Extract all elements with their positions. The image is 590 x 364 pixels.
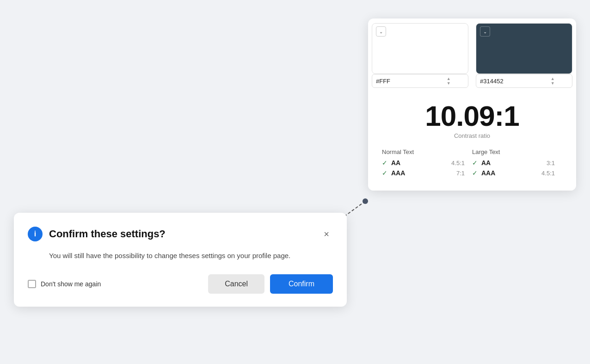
dialog-body: You will still have the possibility to c… (49, 251, 333, 261)
light-color-swatch: ⌄ (372, 23, 468, 74)
large-aaa-check-icon: ✓ (472, 169, 478, 177)
dark-swatch-chevron[interactable]: ⌄ (480, 26, 490, 37)
dark-spinner[interactable]: ▲ ▼ (551, 76, 555, 86)
large-aa-badge: AA (481, 159, 491, 167)
color-picker-panel: ⌄ ⌄ ▲ ▼ ▲ ▼ 10.09:1 Contrast ratio (368, 19, 576, 191)
color-input-row: ▲ ▼ ▲ ▼ (368, 74, 576, 93)
large-aaa-row: ✓ AAA 4.5:1 (472, 169, 562, 177)
dont-show-checkbox[interactable] (28, 280, 36, 288)
wcag-grid: Normal Text ✓ AA 4.5:1 ✓ AAA 7:1 Large T… (382, 148, 562, 179)
contrast-section: 10.09:1 Contrast ratio Normal Text ✓ AA … (368, 93, 576, 191)
large-aaa-badge: AAA (481, 169, 495, 177)
dialog-header: i Confirm these settings? × (28, 227, 333, 241)
dont-show-row[interactable]: Don't show me again (28, 280, 101, 288)
cancel-button[interactable]: Cancel (208, 274, 264, 294)
confirm-dialog: i Confirm these settings? × You will sti… (14, 213, 347, 307)
dialog-actions: Cancel Confirm (208, 274, 333, 294)
large-aa-row: ✓ AA 3:1 (472, 159, 562, 167)
normal-aaa-ratio: 7:1 (456, 170, 472, 177)
dark-color-input-field[interactable]: ▲ ▼ (476, 74, 572, 88)
dialog-title: Confirm these settings? (49, 228, 166, 240)
light-color-input-field[interactable]: ▲ ▼ (372, 74, 468, 88)
light-spinner[interactable]: ▲ ▼ (447, 76, 451, 86)
info-icon: i (28, 227, 43, 241)
dont-show-label: Don't show me again (41, 280, 101, 288)
normal-text-header: Normal Text (382, 148, 472, 155)
large-aaa-ratio: 4.5:1 (541, 170, 562, 177)
dialog-footer: Don't show me again Cancel Confirm (28, 274, 333, 294)
normal-aaa-badge: AAA (391, 169, 405, 177)
large-aa-ratio: 3:1 (547, 160, 562, 167)
close-button[interactable]: × (320, 228, 333, 241)
normal-aa-badge: AA (391, 159, 400, 167)
large-text-column: Large Text ✓ AA 3:1 ✓ AAA 4.5:1 (472, 148, 562, 179)
dark-color-input[interactable] (480, 78, 551, 85)
svg-point-1 (363, 198, 368, 204)
contrast-ratio-value: 10.09:1 (382, 102, 562, 130)
normal-aaa-row: ✓ AAA 7:1 (382, 169, 472, 177)
large-text-header: Large Text (472, 148, 562, 155)
normal-aa-check-icon: ✓ (382, 159, 387, 167)
light-swatch-chevron[interactable]: ⌄ (376, 26, 386, 37)
normal-text-column: Normal Text ✓ AA 4.5:1 ✓ AAA 7:1 (382, 148, 472, 179)
normal-aa-ratio: 4.5:1 (451, 160, 472, 167)
normal-aa-row: ✓ AA 4.5:1 (382, 159, 472, 167)
normal-aaa-check-icon: ✓ (382, 169, 387, 177)
large-aa-check-icon: ✓ (472, 159, 478, 167)
contrast-ratio-label: Contrast ratio (382, 132, 562, 139)
dialog-title-row: i Confirm these settings? (28, 227, 166, 241)
dark-color-swatch: ⌄ (476, 23, 572, 74)
confirm-button[interactable]: Confirm (270, 274, 333, 294)
color-swatches: ⌄ ⌄ (368, 19, 576, 74)
light-color-input[interactable] (376, 78, 447, 85)
